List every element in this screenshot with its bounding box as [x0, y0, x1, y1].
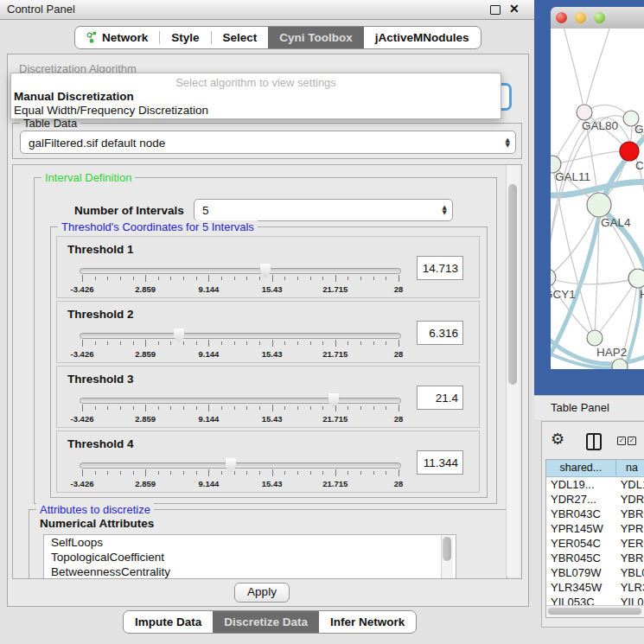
column-header-na[interactable]: na	[616, 460, 644, 476]
table-row[interactable]: YDR27...YDR2	[546, 492, 644, 507]
threshold-value-field[interactable]: 6.316	[417, 321, 463, 345]
threshold-value-field[interactable]: 21.4	[417, 386, 463, 410]
slider-ticks	[82, 469, 399, 477]
tab-network[interactable]: Network	[75, 27, 159, 48]
tick-mark	[183, 341, 184, 345]
zoom-traffic-light[interactable]	[594, 12, 605, 23]
tick-label: 21.715	[322, 284, 348, 294]
apply-button[interactable]: Apply	[234, 583, 290, 603]
tick-mark	[234, 471, 235, 475]
algorithm-option-equal-width-frequency-discretization[interactable]: Equal Width/Frequency Discretization	[11, 104, 501, 118]
column-header-shared[interactable]: shared...	[546, 460, 616, 476]
slider-ticks	[82, 405, 399, 412]
checkbox-icon[interactable]: ✓	[628, 437, 636, 445]
tick-mark	[133, 341, 134, 345]
network-node[interactable]	[587, 193, 611, 217]
tab-cyni-toolbox[interactable]: Cyni Toolbox	[268, 27, 364, 48]
table-row[interactable]: YPR145WYPR1	[546, 521, 644, 536]
tab-discretize-data[interactable]: Discretize Data	[213, 611, 319, 633]
table-row[interactable]: YBR045CYBR0	[546, 551, 644, 565]
tick-mark	[348, 406, 348, 410]
tab-jactivemnodules[interactable]: jActiveMNodules	[364, 27, 481, 48]
tab-select[interactable]: Select	[212, 27, 269, 48]
tick-mark	[272, 469, 273, 476]
number-of-intervals-combobox[interactable]: 5 ▲▼	[194, 199, 453, 221]
slider-track[interactable]	[80, 462, 401, 469]
network-canvas[interactable]: GAL80GACGAL11GAL4GCY1HHAP2	[551, 29, 644, 369]
tick-label: 28	[394, 479, 404, 488]
slider-track[interactable]	[80, 268, 401, 274]
tick-label: 15.43	[262, 349, 283, 359]
table-cell: YBR045C	[546, 551, 616, 565]
slider-track[interactable]	[80, 398, 401, 404]
attributes-scrollbar-thumb[interactable]	[443, 537, 451, 561]
slider-tick-labels: -3.4262.8599.14415.4321.71528	[82, 284, 399, 295]
tick-mark	[133, 277, 134, 280]
table-cell: YDL1	[616, 477, 644, 492]
network-node[interactable]	[587, 330, 603, 346]
panel-scrollbar-thumb[interactable]	[508, 184, 517, 385]
network-node[interactable]	[577, 105, 592, 120]
tick-mark	[95, 277, 96, 280]
stepper-icon: ▲▼	[443, 205, 447, 215]
tick-mark	[120, 341, 121, 345]
tick-label: 15.43	[262, 284, 283, 294]
tick-mark	[310, 471, 311, 475]
tick-label: 2.859	[135, 414, 156, 424]
tab-impute-data[interactable]: Impute Data	[124, 611, 213, 633]
tick-label: 9.144	[199, 284, 220, 294]
tick-mark	[259, 341, 260, 345]
tab-style[interactable]: Style	[160, 27, 210, 48]
tab-infer-network[interactable]: Infer Network	[319, 611, 416, 633]
table-row[interactable]: YBL079WYBL0	[546, 565, 644, 580]
table-row[interactable]: YLR345WYLR3	[546, 580, 644, 595]
tick-mark	[272, 275, 273, 282]
slider-track[interactable]	[80, 333, 401, 339]
tick-label: 2.859	[135, 284, 156, 294]
table-row[interactable]: YBR043CYBR0	[546, 507, 644, 521]
attributes-scrollbar[interactable]	[441, 535, 453, 579]
algorithm-option-manual-discretization[interactable]: Manual Discretization	[11, 90, 501, 104]
network-node[interactable]	[628, 269, 644, 288]
split-columns-icon[interactable]	[586, 433, 602, 450]
tick-mark	[246, 471, 247, 475]
table-data-combobox[interactable]: galFiltered.sif default node ▲▼	[20, 131, 516, 154]
network-node-label: H	[640, 288, 644, 301]
tick-mark	[284, 406, 285, 410]
float-window-icon[interactable]	[490, 5, 501, 15]
tick-mark	[133, 406, 134, 410]
tick-mark	[373, 471, 374, 475]
threshold-slider[interactable]: -3.4262.8599.14415.4321.71528	[80, 391, 401, 425]
threshold-value-field[interactable]: 14.713	[417, 256, 463, 280]
network-node[interactable]	[612, 359, 628, 369]
table-hscrollbar-thumb[interactable]	[548, 608, 641, 615]
threshold-value-field[interactable]: 11.344	[417, 450, 463, 475]
close-icon[interactable]: ✕	[509, 2, 520, 16]
minimize-traffic-light[interactable]	[575, 12, 586, 23]
table-hscrollbar[interactable]	[546, 605, 644, 617]
numerical-attributes-list[interactable]: SelfLoopsTopologicalCoefficientBetweenne…	[43, 534, 456, 579]
gear-icon[interactable]: ⚙	[551, 430, 564, 448]
attribute-item-selfloops[interactable]: SelfLoops	[44, 535, 456, 550]
table-row[interactable]: YDL19...YDL1	[546, 477, 644, 492]
tick-mark	[208, 275, 209, 282]
network-node[interactable]	[620, 142, 639, 161]
threshold-slider[interactable]: -3.4262.8599.14415.4321.71528	[80, 326, 401, 360]
tick-mark	[284, 471, 285, 475]
slider-tick-labels: -3.4262.8599.14415.4321.71528	[82, 349, 399, 360]
panel-scrollbar[interactable]	[506, 165, 520, 577]
checkbox-icon[interactable]: ✓	[617, 437, 626, 445]
table-cell: YBL079W	[546, 565, 616, 580]
tick-mark	[322, 341, 323, 345]
table-row[interactable]: YER054CYER0	[546, 536, 644, 551]
attribute-item-topologicalcoefficient[interactable]: TopologicalCoefficient	[44, 550, 456, 564]
table-panel-titlebar: Table Panel	[534, 395, 644, 421]
threshold-slider[interactable]: -3.4262.8599.14415.4321.71528	[80, 261, 401, 296]
slider-ticks	[82, 340, 399, 348]
table-cell: YLR3	[616, 580, 644, 595]
threshold-slider[interactable]: -3.4262.8599.14415.4321.71528	[80, 456, 401, 490]
close-traffic-light[interactable]	[556, 12, 567, 23]
settings-scroll-panel: Interval Definition Number of Intervals …	[12, 164, 522, 579]
slider-tick-labels: -3.4262.8599.14415.4321.71528	[82, 414, 399, 424]
attribute-item-betweennesscentrality[interactable]: BetweennessCentrality	[44, 564, 456, 579]
